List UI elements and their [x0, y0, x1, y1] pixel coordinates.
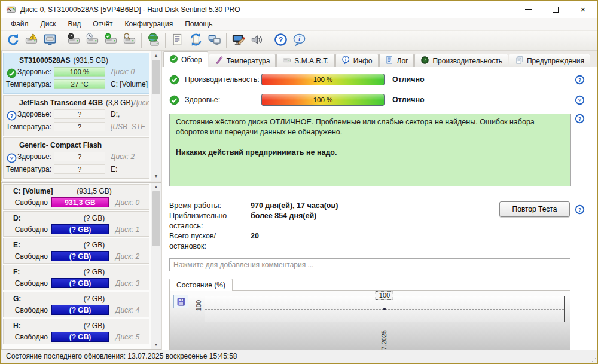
scroll-down-icon[interactable]: ▼ [151, 341, 161, 349]
volume-disk-number: Диск: 1 [115, 225, 139, 234]
toolbar-separator [269, 33, 269, 48]
volume-size: (? GB) [54, 214, 135, 222]
status-chart-panel: Состояние (%) 100 100 13.07.2025 [169, 279, 570, 350]
disk-search-button[interactable] [120, 32, 139, 50]
volume-card[interactable]: C: [Volume] (931,5 GB) Свободно 931,3 GB… [3, 184, 150, 210]
toolbar: ?i [1, 31, 597, 51]
summary-text: Состояние жёсткого диска ОТЛИЧНОЕ. Пробл… [176, 117, 565, 137]
tab-info[interactable]: Инфо [335, 54, 379, 67]
menu-4[interactable]: Конфигурация [119, 18, 179, 30]
scroll-up-icon[interactable]: ▲ [151, 183, 161, 191]
toolbar-separator [165, 33, 166, 48]
tab-temperature[interactable]: Температура [209, 54, 276, 67]
tab-temperature-icon [215, 56, 224, 66]
disk-list-scrollbar[interactable]: ▲ ▼ [151, 51, 161, 181]
scroll-thumb[interactable] [152, 60, 160, 94]
status-text: Состояние последнего обновления: 13.07.2… [6, 352, 237, 360]
help-button[interactable]: ? [271, 32, 290, 50]
scroll-thumb[interactable] [152, 191, 160, 246]
disk-warning-button[interactable] [22, 32, 41, 50]
help-icon[interactable]: ? [575, 204, 585, 215]
free-label: Свободно [4, 252, 51, 261]
performance-status: Отлично [392, 75, 425, 84]
sync-button[interactable] [187, 32, 205, 50]
free-label: Свободно [4, 198, 51, 207]
menu-2[interactable]: Вид [62, 18, 87, 30]
maximize-button[interactable] [542, 1, 569, 18]
disk-list: ST31000528AS (931,5 GB) Здоровье: 100 % … [2, 51, 151, 181]
disk-temperature-bar: 27 °C [54, 79, 105, 89]
svg-text:?: ? [10, 112, 13, 119]
chart-xtick: 13.07.2025 [380, 330, 388, 350]
tab-smart[interactable]: S.M.A.R.T. [276, 54, 334, 67]
globe-disk-button[interactable] [144, 32, 163, 50]
close-icon: × [581, 7, 586, 13]
volume-list: C: [Volume] (931,5 GB) Свободно 931,3 GB… [2, 183, 151, 349]
svg-text:?: ? [578, 97, 582, 103]
volume-card[interactable]: F: (? GB) Свободно (? GB) Диск: 3 [3, 265, 150, 290]
tab-smart-icon [282, 56, 291, 66]
tab-overview[interactable]: Обзор [163, 51, 208, 67]
tab-alerts[interactable]: Предупреждения [509, 54, 590, 67]
comment-input[interactable] [169, 258, 570, 271]
menu-3[interactable]: Отчёт [87, 18, 118, 30]
disk-gauge-icon [67, 33, 81, 48]
disk-gauge-button[interactable] [65, 32, 83, 50]
volume-card[interactable]: E: (? GB) Свободно (? GB) Диск: 2 [3, 238, 150, 264]
retest-area: Повтор Теста ? [499, 201, 585, 217]
disk-clock-button[interactable] [83, 32, 102, 50]
volume-list-scrollbar[interactable]: ▲ ▼ [151, 183, 161, 349]
info-button[interactable]: i [290, 32, 309, 50]
scroll-down-icon[interactable]: ▼ [151, 172, 161, 181]
tab-label: Лог [397, 57, 408, 65]
disk-card[interactable]: ST31000528AS (931,5 GB) Здоровье: 100 % … [3, 53, 150, 94]
disk-name: ST31000528AS [19, 56, 70, 65]
close-button[interactable]: × [569, 1, 597, 18]
volume-card[interactable]: D: (? GB) Свободно (? GB) Диск: 1 [3, 211, 150, 237]
disk-monitor-icon [43, 33, 57, 48]
globe-disk-icon [147, 33, 160, 48]
status-ok-icon [169, 95, 179, 105]
window-body: ST31000528AS (931,5 GB) Здоровье: 100 % … [1, 51, 597, 350]
help-icon[interactable]: ? [575, 114, 585, 124]
desktop-edit-button[interactable] [229, 32, 248, 50]
volume-card[interactable]: H: (? GB) Свободно (? GB) Диск: 5 [3, 319, 150, 344]
chart-ytick: 100 [195, 300, 202, 311]
tab-performance[interactable]: Производительность [414, 54, 508, 67]
tab-log[interactable]: Лог [379, 54, 414, 67]
disk-check-icon [104, 33, 118, 48]
disk-card[interactable]: Generic- Compact Flash ? Здоровье: ? Дис… [3, 137, 150, 179]
free-label: Свободно [4, 333, 51, 341]
help-icon[interactable]: ? [575, 75, 585, 85]
refresh-button[interactable] [4, 32, 22, 50]
menu-0[interactable]: Файл [5, 18, 35, 30]
main-area: Обзор Температура S.M.A.R.T. Инфо Лог Пр… [161, 51, 597, 350]
volume-list-panel: C: [Volume] (931,5 GB) Свободно 931,3 GB… [1, 182, 161, 350]
tab-performance-icon [420, 56, 429, 66]
network-computers-button[interactable] [205, 32, 224, 50]
toolbar-separator [62, 33, 62, 48]
summary-row: Состояние жёсткого диска ОТЛИЧНОЕ. Пробл… [169, 114, 585, 186]
tab-label: S.M.A.R.T. [294, 57, 328, 65]
menu-5[interactable]: Помощь [179, 18, 218, 30]
help-icon[interactable]: ? [575, 95, 585, 105]
report-button[interactable] [168, 32, 187, 50]
performance-row: Производительность: 100 % Отлично ? [169, 73, 585, 86]
disk-card[interactable]: JetFlash Transcend 4GB (3,8 GB) Диск ? З… [3, 95, 150, 136]
scroll-up-icon[interactable]: ▲ [151, 51, 161, 60]
disk-name: Generic- Compact Flash [19, 141, 102, 149]
disk-temperature-right: C: [Volume] [111, 80, 148, 88]
menu-1[interactable]: Диск [35, 18, 62, 30]
health-summary-box: Состояние жёсткого диска ОТЛИЧНОЕ. Пробл… [169, 114, 571, 186]
save-chart-button[interactable] [173, 295, 188, 308]
disk-monitor-button[interactable] [41, 32, 59, 50]
sound-icon [250, 33, 264, 48]
minimize-button[interactable] [514, 1, 542, 18]
summary-action-text: Никаких действий предпринимать не надо. [176, 148, 565, 158]
save-icon [176, 297, 186, 307]
volume-card[interactable]: G: (? GB) Свободно (? GB) Диск: 4 [3, 292, 150, 317]
chart-tab-status[interactable]: Состояние (%) [169, 279, 233, 291]
disk-check-button[interactable] [102, 32, 120, 50]
sound-button[interactable] [248, 32, 266, 50]
retest-button[interactable]: Повтор Теста [499, 201, 570, 217]
